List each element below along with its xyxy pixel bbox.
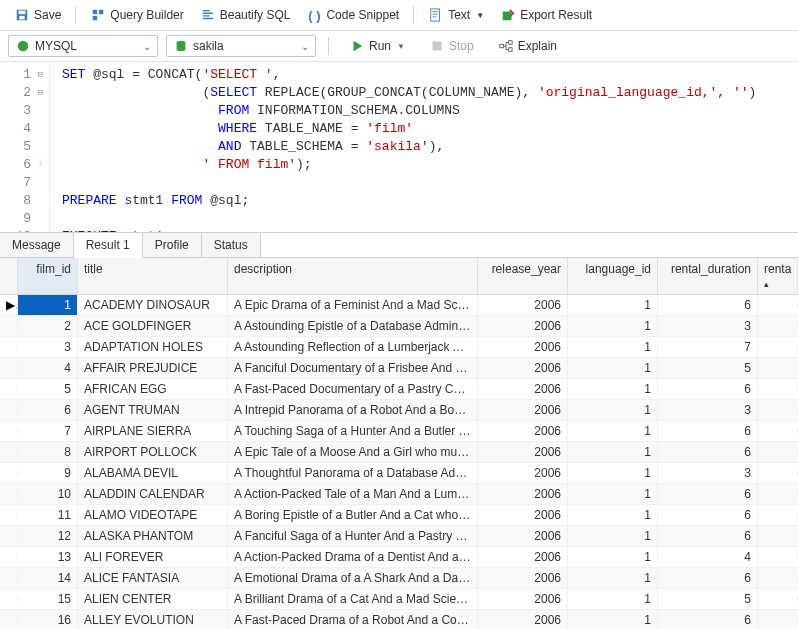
cell-title[interactable]: ALASKA PHANTOM bbox=[78, 526, 228, 546]
cell-language-id[interactable]: 1 bbox=[568, 568, 658, 588]
cell-title[interactable]: ALABAMA DEVIL bbox=[78, 463, 228, 483]
code-area[interactable]: SET @sql = CONCAT('SELECT ', (SELECT REP… bbox=[50, 62, 756, 232]
cell-description[interactable]: A Intrepid Panorama of a Robot And a Boy… bbox=[228, 400, 478, 420]
cell-rental-duration[interactable]: 6 bbox=[658, 442, 758, 462]
cell-film-id[interactable]: 14 bbox=[18, 568, 78, 588]
cell-release-year[interactable]: 2006 bbox=[478, 379, 568, 399]
cell-renta[interactable] bbox=[758, 491, 798, 497]
cell-title[interactable]: AGENT TRUMAN bbox=[78, 400, 228, 420]
table-row[interactable]: 10ALADDIN CALENDARA Action-Packed Tale o… bbox=[0, 484, 798, 505]
cell-rental-duration[interactable]: 6 bbox=[658, 295, 758, 315]
cell-rental-duration[interactable]: 3 bbox=[658, 463, 758, 483]
cell-language-id[interactable]: 1 bbox=[568, 484, 658, 504]
cell-release-year[interactable]: 2006 bbox=[478, 442, 568, 462]
table-row[interactable]: 2ACE GOLDFINGERA Astounding Epistle of a… bbox=[0, 316, 798, 337]
cell-film-id[interactable]: 15 bbox=[18, 589, 78, 609]
cell-renta[interactable] bbox=[758, 386, 798, 392]
cell-title[interactable]: ALADDIN CALENDAR bbox=[78, 484, 228, 504]
cell-language-id[interactable]: 1 bbox=[568, 400, 658, 420]
cell-title[interactable]: ACADEMY DINOSAUR bbox=[78, 295, 228, 315]
cell-release-year[interactable]: 2006 bbox=[478, 295, 568, 315]
cell-description[interactable]: A Action-Packed Drama of a Dentist And a… bbox=[228, 547, 478, 567]
cell-description[interactable]: A Touching Saga of a Hunter And a Butler… bbox=[228, 421, 478, 441]
cell-title[interactable]: ALICE FANTASIA bbox=[78, 568, 228, 588]
sql-editor[interactable]: 1⊟ 2⊟ 3 4 5 6└ 7 8 9 10 SET @sql = CONCA… bbox=[0, 62, 798, 232]
cell-language-id[interactable]: 1 bbox=[568, 442, 658, 462]
cell-language-id[interactable]: 1 bbox=[568, 316, 658, 336]
cell-description[interactable]: A Astounding Epistle of a Database Admin… bbox=[228, 316, 478, 336]
table-row[interactable]: 13ALI FOREVERA Action-Packed Drama of a … bbox=[0, 547, 798, 568]
cell-title[interactable]: ADAPTATION HOLES bbox=[78, 337, 228, 357]
cell-description[interactable]: A Fast-Paced Drama of a Robot And a Comp… bbox=[228, 610, 478, 629]
snippet-button[interactable]: ( ) Code Snippet bbox=[300, 4, 405, 26]
cell-film-id[interactable]: 2 bbox=[18, 316, 78, 336]
cell-rental-duration[interactable]: 6 bbox=[658, 505, 758, 525]
cell-description[interactable]: A Astounding Reflection of a Lumberjack … bbox=[228, 337, 478, 357]
cell-renta[interactable] bbox=[758, 344, 798, 350]
cell-release-year[interactable]: 2006 bbox=[478, 421, 568, 441]
cell-title[interactable]: ALAMO VIDEOTAPE bbox=[78, 505, 228, 525]
cell-language-id[interactable]: 1 bbox=[568, 421, 658, 441]
cell-renta[interactable] bbox=[758, 407, 798, 413]
cell-language-id[interactable]: 1 bbox=[568, 610, 658, 629]
cell-title[interactable]: AFFAIR PREJUDICE bbox=[78, 358, 228, 378]
table-row[interactable]: 5AFRICAN EGGA Fast-Paced Documentary of … bbox=[0, 379, 798, 400]
col-film-id[interactable]: film_id bbox=[18, 258, 78, 294]
tab-profile[interactable]: Profile bbox=[143, 233, 202, 257]
cell-rental-duration[interactable]: 3 bbox=[658, 400, 758, 420]
col-release-year[interactable]: release_year bbox=[478, 258, 568, 294]
cell-rental-duration[interactable]: 5 bbox=[658, 358, 758, 378]
cell-release-year[interactable]: 2006 bbox=[478, 463, 568, 483]
table-row[interactable]: 11ALAMO VIDEOTAPEA Boring Epistle of a B… bbox=[0, 505, 798, 526]
cell-title[interactable]: ACE GOLDFINGER bbox=[78, 316, 228, 336]
cell-rental-duration[interactable]: 4 bbox=[658, 547, 758, 567]
cell-film-id[interactable]: 10 bbox=[18, 484, 78, 504]
cell-release-year[interactable]: 2006 bbox=[478, 316, 568, 336]
cell-release-year[interactable]: 2006 bbox=[478, 547, 568, 567]
cell-release-year[interactable]: 2006 bbox=[478, 484, 568, 504]
cell-title[interactable]: ALI FOREVER bbox=[78, 547, 228, 567]
cell-language-id[interactable]: 1 bbox=[568, 505, 658, 525]
cell-renta[interactable] bbox=[758, 554, 798, 560]
cell-rental-duration[interactable]: 5 bbox=[658, 589, 758, 609]
cell-language-id[interactable]: 1 bbox=[568, 547, 658, 567]
cell-title[interactable]: AIRPORT POLLOCK bbox=[78, 442, 228, 462]
cell-language-id[interactable]: 1 bbox=[568, 379, 658, 399]
stop-button[interactable]: Stop bbox=[421, 36, 482, 56]
col-rental-duration[interactable]: rental_duration bbox=[658, 258, 758, 294]
cell-title[interactable]: AIRPLANE SIERRA bbox=[78, 421, 228, 441]
query-builder-button[interactable]: Query Builder bbox=[84, 4, 189, 26]
run-button[interactable]: Run ▼ bbox=[341, 36, 413, 56]
export-button[interactable]: Export Result bbox=[494, 4, 598, 26]
explain-button[interactable]: Explain bbox=[490, 36, 565, 56]
database-dropdown[interactable]: sakila ⌄ bbox=[166, 35, 316, 57]
cell-language-id[interactable]: 1 bbox=[568, 337, 658, 357]
cell-description[interactable]: A Fanciful Saga of a Hunter And a Pastry… bbox=[228, 526, 478, 546]
table-row[interactable]: 9ALABAMA DEVILA Thoughtful Panorama of a… bbox=[0, 463, 798, 484]
text-button[interactable]: Text ▼ bbox=[422, 4, 490, 26]
table-row[interactable]: 8AIRPORT POLLOCKA Epic Tale of a Moose A… bbox=[0, 442, 798, 463]
cell-release-year[interactable]: 2006 bbox=[478, 610, 568, 629]
cell-film-id[interactable]: 8 bbox=[18, 442, 78, 462]
table-row[interactable]: 16ALLEY EVOLUTIONA Fast-Paced Drama of a… bbox=[0, 610, 798, 629]
cell-renta[interactable] bbox=[758, 596, 798, 602]
fold-icon[interactable]: ⊟ bbox=[33, 66, 43, 84]
cell-renta[interactable] bbox=[758, 323, 798, 329]
beautify-button[interactable]: Beautify SQL bbox=[194, 4, 297, 26]
cell-renta[interactable] bbox=[758, 449, 798, 455]
cell-release-year[interactable]: 2006 bbox=[478, 337, 568, 357]
cell-film-id[interactable]: 9 bbox=[18, 463, 78, 483]
table-row[interactable]: 15ALIEN CENTERA Brilliant Drama of a Cat… bbox=[0, 589, 798, 610]
cell-release-year[interactable]: 2006 bbox=[478, 589, 568, 609]
col-language-id[interactable]: language_id bbox=[568, 258, 658, 294]
cell-release-year[interactable]: 2006 bbox=[478, 505, 568, 525]
cell-film-id[interactable]: 16 bbox=[18, 610, 78, 629]
table-row[interactable]: ▶1ACADEMY DINOSAURA Epic Drama of a Femi… bbox=[0, 295, 798, 316]
tab-status[interactable]: Status bbox=[202, 233, 261, 257]
table-row[interactable]: 6AGENT TRUMANA Intrepid Panorama of a Ro… bbox=[0, 400, 798, 421]
cell-renta[interactable] bbox=[758, 533, 798, 539]
cell-film-id[interactable]: 4 bbox=[18, 358, 78, 378]
cell-renta[interactable] bbox=[758, 302, 798, 308]
cell-rental-duration[interactable]: 3 bbox=[658, 316, 758, 336]
cell-renta[interactable] bbox=[758, 428, 798, 434]
